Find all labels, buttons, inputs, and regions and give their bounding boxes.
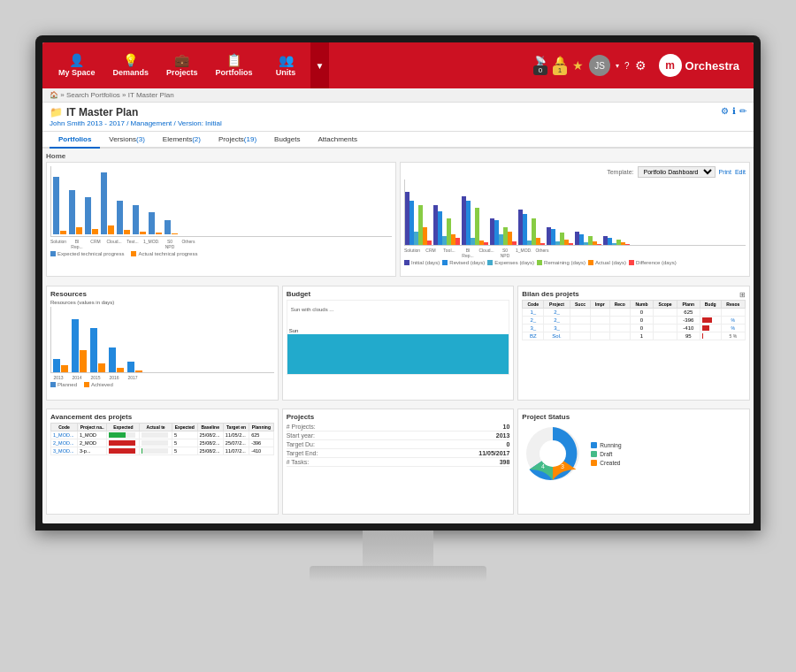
tab-portfolios[interactable]: Portfolios xyxy=(50,132,100,149)
info-icon[interactable]: ℹ xyxy=(732,106,736,116)
bar-group-6 xyxy=(133,205,146,234)
nav-label-portfolios: Portfolios xyxy=(216,68,253,77)
folder-icon: 📁 xyxy=(50,106,63,118)
created-dot xyxy=(591,460,597,466)
nav-label-units: Units xyxy=(276,68,296,77)
left-chart-legend: Expected technical progress Actual techn… xyxy=(50,251,392,256)
edit-icon[interactable]: ✏ xyxy=(739,106,746,116)
nav-item-projects[interactable]: 💼 Projects xyxy=(157,50,207,80)
projects-info: # Projects: 10 Start year: 2013 Target D… xyxy=(287,423,510,467)
bilan-panel: Bilan des projets ⊞ Code Project Succ xyxy=(517,286,750,401)
bar-orange-5 xyxy=(124,230,130,234)
budget-title: Budget xyxy=(287,290,510,298)
bar-blue-1 xyxy=(53,177,59,234)
bar-orange-6 xyxy=(140,232,146,234)
monitor-stand-base xyxy=(310,566,486,582)
nav-item-portfolios[interactable]: 📋 Portfolios xyxy=(207,50,262,80)
proj-row-dur: Target Du: 0 xyxy=(287,440,510,449)
tab-versions[interactable]: Versions(3) xyxy=(100,132,153,149)
legend-actual-dot xyxy=(131,251,136,256)
projects-info-title: Projects xyxy=(287,413,510,421)
nav-notification-bell[interactable]: 🔔 1 xyxy=(553,56,567,75)
page-subtitle: John Smith 2013 - 2017 / Management / Ve… xyxy=(50,119,222,127)
res-group-2014 xyxy=(72,319,87,372)
nav-right: 📡 0 🔔 1 ★ JS ▾ ? ⚙ xyxy=(533,54,746,77)
resources-chart xyxy=(50,307,274,373)
avancement-header-row: Code Project na.. Expected Actual te Exp… xyxy=(51,424,274,431)
left-bar-chart xyxy=(50,166,392,237)
favorites-star-icon[interactable]: ★ xyxy=(572,58,584,73)
right-bar-group-3 xyxy=(462,196,488,245)
resources-subtitle: Resources (values in days) xyxy=(50,300,274,305)
right-bar-group-4 xyxy=(490,218,517,245)
right-bar-group-1 xyxy=(405,192,432,245)
main-content: Home xyxy=(42,149,754,523)
bilan-table: Code Project Succ Impr Reco Numb Scope P… xyxy=(522,300,746,340)
monitor-screen: 👤 My Space 💡 Demands 💼 Projects 📋 Portfo… xyxy=(35,35,761,531)
middle-row: Resources Resources (values in days) 201 xyxy=(46,286,750,401)
pie-svg: 3 4 3 xyxy=(522,423,584,485)
projects-icon: 💼 xyxy=(174,54,189,66)
bilan-settings-icon[interactable]: ⊞ xyxy=(739,291,746,299)
bar-group-4 xyxy=(101,172,114,234)
legend-expected-dot xyxy=(50,251,56,256)
nav-dropdown-button[interactable]: ▼ xyxy=(310,42,330,88)
monitor-stand-neck xyxy=(363,531,433,566)
right-bar-group-6 xyxy=(547,227,573,245)
proj-row-end: Target End: 11/05/2017 xyxy=(287,449,510,458)
res-group-2017 xyxy=(127,362,142,372)
pie-label-draft: 4 xyxy=(541,463,545,470)
right-bar-group-8 xyxy=(603,236,630,245)
bar-orange-1 xyxy=(60,231,66,234)
tab-attachments[interactable]: Attachments xyxy=(309,132,365,149)
res-year-labels: 2013 2014 2015 2016 2017 xyxy=(50,375,274,380)
nav-item-demands[interactable]: 💡 Demands xyxy=(104,50,158,80)
legend-actual2-dot xyxy=(588,260,593,265)
bilan-header-row: Code Project Succ Impr Reco Numb Scope P… xyxy=(523,300,746,308)
nav-item-units[interactable]: 👥 Units xyxy=(262,50,310,80)
tabs-bar: Portfolios Versions(3) Elements(2) Proje… xyxy=(42,132,754,149)
settings-gear-icon[interactable]: ⚙ xyxy=(635,58,647,73)
avanc-row-3: 3_MOD... 3-p... 5 25/08/2... 11/07/2... … xyxy=(51,447,274,455)
legend-initial-dot xyxy=(404,260,409,265)
pie-chart: 3 4 3 xyxy=(522,423,584,485)
top-nav: 👤 My Space 💡 Demands 💼 Projects 📋 Portfo… xyxy=(42,42,754,88)
right-bar-chart xyxy=(404,179,746,246)
avancement-title: Avancement des projets xyxy=(50,413,274,421)
tab-projects[interactable]: Projects(19) xyxy=(210,132,265,149)
sun-label: Sun xyxy=(289,328,299,333)
bilan-row-4: BZ Sol. 1 95 5 % xyxy=(523,332,746,340)
avanc-row-2: 2_MOD... 2_MOD 5 25/08/2... 25/07/2... -… xyxy=(51,439,274,447)
right-bar-group-2 xyxy=(433,205,460,245)
bilan-row-1: 1_ 2_ 0 625 xyxy=(523,308,746,316)
legend-revised-dot xyxy=(442,260,448,265)
legend-created: Created xyxy=(591,460,621,466)
tab-budgets[interactable]: Budgets xyxy=(265,132,309,149)
nav-item-myspace[interactable]: 👤 My Space xyxy=(50,50,104,80)
bar-group-1 xyxy=(53,177,66,234)
legend-diff-dot xyxy=(629,260,634,265)
screen-inner: 👤 My Space 💡 Demands 💼 Projects 📋 Portfo… xyxy=(42,42,754,523)
myspace-icon: 👤 xyxy=(69,54,84,66)
portfolios-icon: 📋 xyxy=(226,54,241,66)
help-icon[interactable]: ? xyxy=(624,61,630,71)
bar-blue-4 xyxy=(101,172,107,234)
project-status-title: Project Status xyxy=(522,413,746,421)
template-select[interactable]: Portfolio Dashboard xyxy=(638,166,716,178)
legend-expenses-dot xyxy=(487,260,493,265)
pie-label-created: 3 xyxy=(561,463,564,470)
budget-panel: Budget Sun with clouds ... Sun xyxy=(282,286,515,401)
bar-blue-3 xyxy=(85,197,91,234)
proj-row-count: # Projects: 10 xyxy=(287,423,510,431)
settings-icon[interactable]: ⚙ xyxy=(721,106,729,116)
bell-count: 1 xyxy=(553,65,567,75)
bar-orange-8 xyxy=(172,233,178,234)
print-button[interactable]: Print xyxy=(719,169,731,175)
resources-title: Resources xyxy=(50,290,274,298)
user-avatar[interactable]: JS xyxy=(589,55,610,76)
home-section: Home xyxy=(46,152,750,282)
tab-elements[interactable]: Elements(2) xyxy=(154,132,210,149)
page-title-area: 📁 IT Master Plan John Smith 2013 - 2017 … xyxy=(50,106,222,127)
nav-notification-rss[interactable]: 📡 0 xyxy=(533,56,547,75)
edit-button[interactable]: Edit xyxy=(735,169,746,175)
